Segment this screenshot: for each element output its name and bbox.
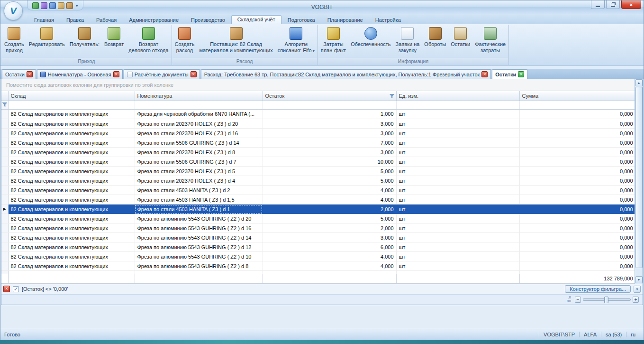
grid-cell[interactable]: шт bbox=[396, 110, 519, 119]
vertical-scrollbar[interactable]: ▲ ▼ bbox=[635, 79, 643, 284]
qat-dropdown-icon[interactable]: ▾ bbox=[75, 3, 78, 8]
grid-cell[interactable]: 82 Склад материалов и комплектующих bbox=[8, 186, 135, 195]
scrollbar-thumb[interactable] bbox=[635, 87, 643, 268]
grid-cell[interactable]: 82 Склад материалов и комплектующих bbox=[8, 205, 135, 214]
table-row[interactable]: 82 Склад материалов и комплектующихФреза… bbox=[1, 129, 635, 138]
grid-cell[interactable]: 0,000 bbox=[519, 233, 635, 242]
table-row[interactable]: 82 Склад материалов и комплектующихФреза… bbox=[1, 119, 635, 129]
filter-builder-button[interactable]: Конструктор фильтра... bbox=[565, 285, 631, 293]
grid-cell[interactable]: шт bbox=[396, 261, 519, 271]
table-row[interactable]: 82 Склад материалов и комплектующихФреза… bbox=[1, 195, 635, 205]
grid-cell[interactable]: 0,000 bbox=[519, 167, 635, 176]
grid-cell[interactable]: Фреза по алюминию 5543 GUHRING ( Z2 ) d … bbox=[135, 223, 263, 233]
ribbon-tab[interactable]: Администрирование bbox=[123, 16, 185, 24]
tab-close-icon[interactable]: × bbox=[190, 71, 197, 77]
document-tab[interactable]: Остатки× bbox=[2, 69, 36, 79]
ribbon-tab[interactable]: Настройка bbox=[369, 16, 407, 24]
filter-cell[interactable] bbox=[519, 101, 635, 109]
ribbon-button[interactable]: Фактическиезатраты bbox=[472, 25, 508, 54]
grid-cell[interactable]: 0,000 bbox=[519, 205, 635, 214]
column-header[interactable]: Номенклатура bbox=[135, 91, 263, 101]
grid-cell[interactable]: шт bbox=[396, 223, 519, 233]
filter-condition[interactable]: [Остаток] <> '0,000' bbox=[22, 286, 68, 292]
scroll-up-icon[interactable]: ▲ bbox=[635, 79, 643, 86]
grid-cell[interactable]: 82 Склад материалов и комплектующих bbox=[8, 214, 135, 223]
ribbon-button[interactable]: Заявки назакупку bbox=[393, 25, 422, 54]
zoom-in-button[interactable]: + bbox=[633, 297, 639, 303]
filter-enabled-checkbox[interactable]: ✓ bbox=[13, 286, 19, 292]
column-header[interactable]: Сумма bbox=[519, 91, 635, 101]
document-tab[interactable]: Номенклатура - Основная× bbox=[37, 69, 123, 79]
grid-cell[interactable]: 82 Склад материалов и комплектующих bbox=[8, 233, 135, 242]
grid-cell[interactable]: 4,000 bbox=[263, 252, 396, 261]
filter-cell[interactable] bbox=[396, 101, 519, 109]
grid-cell[interactable]: 0,000 bbox=[519, 157, 635, 167]
grid-cell[interactable]: Фреза по алюминию 5543 GUHRING ( Z2 ) d … bbox=[135, 233, 263, 242]
table-row[interactable]: ▶82 Склад материалов и комплектующихФрез… bbox=[1, 205, 635, 214]
grid-cell[interactable]: шт bbox=[396, 195, 519, 205]
grid-cell[interactable]: 82 Склад материалов и комплектующих bbox=[8, 157, 135, 167]
column-header[interactable]: Остаток bbox=[263, 91, 396, 101]
grid-cell[interactable]: 3,000 bbox=[263, 233, 396, 242]
grid-cell[interactable]: 0,000 bbox=[519, 119, 635, 129]
grid-cell[interactable]: Фреза по стали 5506 GUHRING ( Z3 ) d 7 bbox=[135, 157, 263, 167]
grid-cell[interactable]: 82 Склад материалов и комплектующих bbox=[8, 167, 135, 176]
ribbon-tab[interactable]: Правка bbox=[60, 16, 90, 24]
scrollbar-track[interactable] bbox=[635, 86, 643, 276]
table-row[interactable]: 82 Склад материалов и комплектующихФреза… bbox=[1, 223, 635, 233]
grid-cell[interactable]: шт bbox=[396, 167, 519, 176]
grid-cell[interactable]: шт bbox=[396, 233, 519, 242]
grid-cell[interactable]: 0,000 bbox=[519, 214, 635, 223]
ribbon-tab[interactable]: Главная bbox=[28, 16, 60, 24]
document-tab[interactable]: Расчётные документы× bbox=[124, 69, 200, 79]
grid-cell[interactable]: 82 Склад материалов и комплектующих bbox=[8, 195, 135, 205]
document-tab[interactable]: Расход: Требование 63 тр, Поставщик:82 С… bbox=[201, 69, 491, 79]
group-by-panel[interactable]: Поместите сюда заголовок колонки для гру… bbox=[1, 79, 635, 91]
grid-cell[interactable]: шт bbox=[396, 205, 519, 214]
grid-cell[interactable]: шт bbox=[396, 129, 519, 138]
grid-cell[interactable]: 3,000 bbox=[263, 129, 396, 138]
tab-close-icon[interactable]: × bbox=[113, 71, 119, 77]
grid-cell[interactable]: 2,000 bbox=[263, 205, 396, 214]
ribbon-button[interactable]: Алгоритмсписания: Fifo ▾ bbox=[275, 25, 317, 54]
filter-funnel-icon[interactable] bbox=[390, 93, 394, 99]
table-row[interactable]: 82 Склад материалов и комплектующихФреза… bbox=[1, 186, 635, 195]
column-header[interactable]: Склад bbox=[8, 91, 135, 101]
grid-cell[interactable]: 0,000 bbox=[519, 223, 635, 233]
restore-button[interactable] bbox=[606, 0, 620, 9]
grid-cell[interactable]: 0,000 bbox=[519, 242, 635, 252]
ribbon-button[interactable]: Получатель: bbox=[67, 25, 102, 47]
table-row[interactable]: 82 Склад материалов и комплектующихФреза… bbox=[1, 261, 635, 271]
grid-cell[interactable]: шт bbox=[396, 157, 519, 167]
grid-cell[interactable]: шт bbox=[396, 186, 519, 195]
filter-cell[interactable] bbox=[135, 101, 263, 109]
ribbon-tab[interactable]: Подготовка bbox=[281, 16, 321, 24]
grid-cell[interactable]: шт bbox=[396, 138, 519, 148]
table-row[interactable]: 82 Склад материалов и комплектующихФреза… bbox=[1, 138, 635, 148]
ribbon-tab[interactable]: Планирование bbox=[321, 16, 369, 24]
grid-cell[interactable]: 5,000 bbox=[263, 176, 396, 186]
scroll-down-icon[interactable]: ▼ bbox=[635, 276, 643, 283]
grid-cell[interactable]: 82 Склад материалов и комплектующих bbox=[8, 176, 135, 186]
grid-cell[interactable]: шт bbox=[396, 214, 519, 223]
ribbon-tab[interactable]: Производство bbox=[185, 16, 231, 24]
save-icon[interactable] bbox=[49, 2, 56, 9]
ribbon-button[interactable]: Остатки bbox=[448, 25, 472, 47]
grid-cell[interactable]: шт bbox=[396, 148, 519, 157]
grid-cell[interactable]: Фреза по стали 202370 HOLEX ( Z3 ) d 8 bbox=[135, 148, 263, 157]
grid-cell[interactable]: 82 Склад материалов и комплектующих bbox=[8, 223, 135, 233]
undo-icon[interactable] bbox=[41, 2, 47, 9]
ribbon-tab[interactable]: Рабочая bbox=[90, 16, 123, 24]
minimize-button[interactable] bbox=[591, 0, 605, 9]
grid-cell[interactable]: 0,000 bbox=[519, 186, 635, 195]
decimal-format-icon[interactable]: .0 .00 bbox=[566, 296, 571, 303]
grid-cell[interactable]: 4,000 bbox=[263, 195, 396, 205]
table-row[interactable]: 82 Склад материалов и комплектующихФреза… bbox=[1, 214, 635, 223]
zoom-out-button[interactable]: − bbox=[575, 297, 581, 303]
ribbon-button[interactable]: Обеспеченность bbox=[348, 25, 393, 47]
tab-close-icon[interactable]: × bbox=[481, 71, 488, 77]
grid-cell[interactable]: 82 Склад материалов и комплектующих bbox=[8, 138, 135, 148]
ribbon-button[interactable]: Затратыплан-факт bbox=[318, 25, 348, 54]
table-row[interactable]: 82 Склад материалов и комплектующихФреза… bbox=[1, 176, 635, 186]
grid-cell[interactable]: 0,000 bbox=[519, 176, 635, 186]
